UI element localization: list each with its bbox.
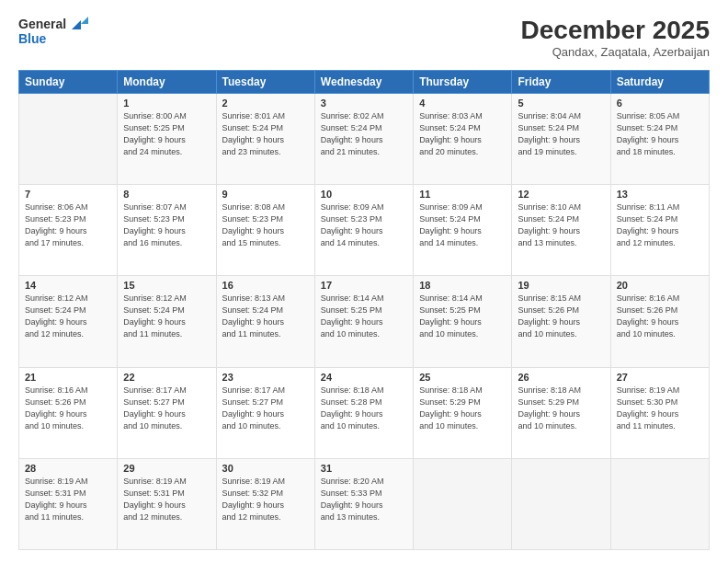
day-number: 5: [518, 98, 604, 109]
day-info: Sunrise: 8:20 AM Sunset: 5:33 PM Dayligh…: [321, 476, 407, 523]
day-info: Sunrise: 8:02 AM Sunset: 5:24 PM Dayligh…: [321, 110, 407, 158]
calendar-cell: 18Sunrise: 8:14 AM Sunset: 5:25 PM Dayli…: [414, 276, 512, 367]
calendar-cell: 8Sunrise: 8:07 AM Sunset: 5:23 PM Daylig…: [118, 185, 216, 276]
day-info: Sunrise: 8:14 AM Sunset: 5:25 PM Dayligh…: [321, 293, 407, 340]
day-number: 8: [123, 189, 210, 200]
calendar-cell: 14Sunrise: 8:12 AM Sunset: 5:24 PM Dayli…: [19, 276, 118, 367]
calendar-cell: 22Sunrise: 8:17 AM Sunset: 5:27 PM Dayli…: [118, 367, 216, 458]
day-number: 24: [321, 372, 407, 383]
calendar-cell: 6Sunrise: 8:05 AM Sunset: 5:24 PM Daylig…: [610, 93, 709, 184]
weekday-header: Friday: [512, 70, 610, 93]
day-number: 22: [123, 372, 210, 383]
day-number: 3: [321, 98, 407, 109]
logo: General Blue: [18, 17, 88, 46]
calendar-week-row: 21Sunrise: 8:16 AM Sunset: 5:26 PM Dayli…: [19, 367, 710, 458]
weekday-header: Monday: [118, 70, 216, 93]
calendar-cell: 13Sunrise: 8:11 AM Sunset: 5:24 PM Dayli…: [610, 185, 709, 276]
day-info: Sunrise: 8:16 AM Sunset: 5:26 PM Dayligh…: [25, 385, 111, 432]
calendar-week-row: 14Sunrise: 8:12 AM Sunset: 5:24 PM Dayli…: [19, 276, 710, 367]
calendar-cell: [512, 458, 610, 549]
calendar-cell: 15Sunrise: 8:12 AM Sunset: 5:24 PM Dayli…: [118, 276, 216, 367]
day-info: Sunrise: 8:04 AM Sunset: 5:24 PM Dayligh…: [518, 110, 604, 158]
day-info: Sunrise: 8:18 AM Sunset: 5:29 PM Dayligh…: [419, 385, 506, 432]
calendar-cell: 19Sunrise: 8:15 AM Sunset: 5:26 PM Dayli…: [512, 276, 610, 367]
day-number: 20: [617, 280, 703, 291]
calendar-cell: [414, 458, 512, 549]
day-number: 25: [419, 372, 506, 383]
day-number: 14: [25, 280, 111, 291]
day-number: 19: [518, 280, 604, 291]
day-number: 29: [123, 463, 210, 474]
day-info: Sunrise: 8:18 AM Sunset: 5:29 PM Dayligh…: [518, 385, 604, 432]
header: General Blue December 2025 Qandax, Zaqat…: [18, 17, 710, 59]
day-number: 13: [617, 189, 703, 200]
calendar-cell: 10Sunrise: 8:09 AM Sunset: 5:23 PM Dayli…: [314, 185, 413, 276]
calendar-cell: 23Sunrise: 8:17 AM Sunset: 5:27 PM Dayli…: [216, 367, 314, 458]
calendar-week-row: 7Sunrise: 8:06 AM Sunset: 5:23 PM Daylig…: [19, 185, 710, 276]
day-number: 21: [25, 372, 111, 383]
calendar-cell: 21Sunrise: 8:16 AM Sunset: 5:26 PM Dayli…: [19, 367, 118, 458]
day-info: Sunrise: 8:19 AM Sunset: 5:31 PM Dayligh…: [123, 476, 210, 523]
calendar-cell: 12Sunrise: 8:10 AM Sunset: 5:24 PM Dayli…: [512, 185, 610, 276]
day-info: Sunrise: 8:08 AM Sunset: 5:23 PM Dayligh…: [222, 201, 309, 249]
weekday-header: Thursday: [414, 70, 512, 93]
day-info: Sunrise: 8:17 AM Sunset: 5:27 PM Dayligh…: [222, 385, 309, 432]
day-number: 12: [518, 189, 604, 200]
day-info: Sunrise: 8:03 AM Sunset: 5:24 PM Dayligh…: [419, 110, 506, 158]
day-info: Sunrise: 8:16 AM Sunset: 5:26 PM Dayligh…: [617, 293, 703, 340]
month-title: December 2025: [521, 17, 710, 45]
day-number: 30: [222, 463, 309, 474]
calendar-cell: 4Sunrise: 8:03 AM Sunset: 5:24 PM Daylig…: [414, 93, 512, 184]
logo-blue: Blue: [18, 31, 46, 46]
day-number: 1: [123, 98, 210, 109]
day-number: 17: [321, 280, 407, 291]
calendar-cell: 27Sunrise: 8:19 AM Sunset: 5:30 PM Dayli…: [610, 367, 709, 458]
day-number: 10: [321, 189, 407, 200]
day-number: 31: [321, 463, 407, 474]
day-info: Sunrise: 8:19 AM Sunset: 5:30 PM Dayligh…: [617, 385, 703, 432]
day-info: Sunrise: 8:09 AM Sunset: 5:23 PM Dayligh…: [321, 201, 407, 249]
calendar-table: SundayMondayTuesdayWednesdayThursdayFrid…: [18, 70, 710, 550]
day-info: Sunrise: 8:12 AM Sunset: 5:24 PM Dayligh…: [25, 293, 111, 340]
day-info: Sunrise: 8:09 AM Sunset: 5:24 PM Dayligh…: [419, 201, 506, 249]
day-number: 23: [222, 372, 309, 383]
day-number: 11: [419, 189, 506, 200]
calendar-cell: 30Sunrise: 8:19 AM Sunset: 5:32 PM Dayli…: [216, 458, 314, 549]
day-number: 15: [123, 280, 210, 291]
day-info: Sunrise: 8:05 AM Sunset: 5:24 PM Dayligh…: [617, 110, 703, 158]
day-number: 9: [222, 189, 309, 200]
calendar-cell: [19, 93, 118, 184]
calendar-cell: [610, 458, 709, 549]
calendar-cell: 29Sunrise: 8:19 AM Sunset: 5:31 PM Dayli…: [118, 458, 216, 549]
day-info: Sunrise: 8:10 AM Sunset: 5:24 PM Dayligh…: [518, 201, 604, 249]
calendar-cell: 2Sunrise: 8:01 AM Sunset: 5:24 PM Daylig…: [216, 93, 314, 184]
day-info: Sunrise: 8:01 AM Sunset: 5:24 PM Dayligh…: [222, 110, 309, 158]
day-info: Sunrise: 8:19 AM Sunset: 5:32 PM Dayligh…: [222, 476, 309, 523]
weekday-header: Tuesday: [216, 70, 314, 93]
day-info: Sunrise: 8:13 AM Sunset: 5:24 PM Dayligh…: [222, 293, 309, 340]
day-info: Sunrise: 8:11 AM Sunset: 5:24 PM Dayligh…: [617, 201, 703, 249]
day-info: Sunrise: 8:18 AM Sunset: 5:28 PM Dayligh…: [321, 385, 407, 432]
day-number: 27: [617, 372, 703, 383]
calendar-cell: 9Sunrise: 8:08 AM Sunset: 5:23 PM Daylig…: [216, 185, 314, 276]
calendar-cell: 25Sunrise: 8:18 AM Sunset: 5:29 PM Dayli…: [414, 367, 512, 458]
weekday-header: Saturday: [610, 70, 709, 93]
calendar-cell: 26Sunrise: 8:18 AM Sunset: 5:29 PM Dayli…: [512, 367, 610, 458]
day-number: 28: [25, 463, 111, 474]
day-number: 7: [25, 189, 111, 200]
title-block: December 2025 Qandax, Zaqatala, Azerbaij…: [521, 17, 710, 59]
calendar-week-row: 28Sunrise: 8:19 AM Sunset: 5:31 PM Dayli…: [19, 458, 710, 549]
day-info: Sunrise: 8:00 AM Sunset: 5:25 PM Dayligh…: [123, 110, 210, 158]
day-number: 4: [419, 98, 506, 109]
calendar-cell: 5Sunrise: 8:04 AM Sunset: 5:24 PM Daylig…: [512, 93, 610, 184]
calendar-cell: 20Sunrise: 8:16 AM Sunset: 5:26 PM Dayli…: [610, 276, 709, 367]
weekday-header: Sunday: [19, 70, 118, 93]
day-info: Sunrise: 8:06 AM Sunset: 5:23 PM Dayligh…: [25, 201, 111, 249]
day-info: Sunrise: 8:15 AM Sunset: 5:26 PM Dayligh…: [518, 293, 604, 340]
calendar-cell: 17Sunrise: 8:14 AM Sunset: 5:25 PM Dayli…: [314, 276, 413, 367]
day-number: 18: [419, 280, 506, 291]
calendar-cell: 1Sunrise: 8:00 AM Sunset: 5:25 PM Daylig…: [118, 93, 216, 184]
calendar-cell: 7Sunrise: 8:06 AM Sunset: 5:23 PM Daylig…: [19, 185, 118, 276]
calendar-cell: 16Sunrise: 8:13 AM Sunset: 5:24 PM Dayli…: [216, 276, 314, 367]
day-info: Sunrise: 8:07 AM Sunset: 5:23 PM Dayligh…: [123, 201, 210, 249]
